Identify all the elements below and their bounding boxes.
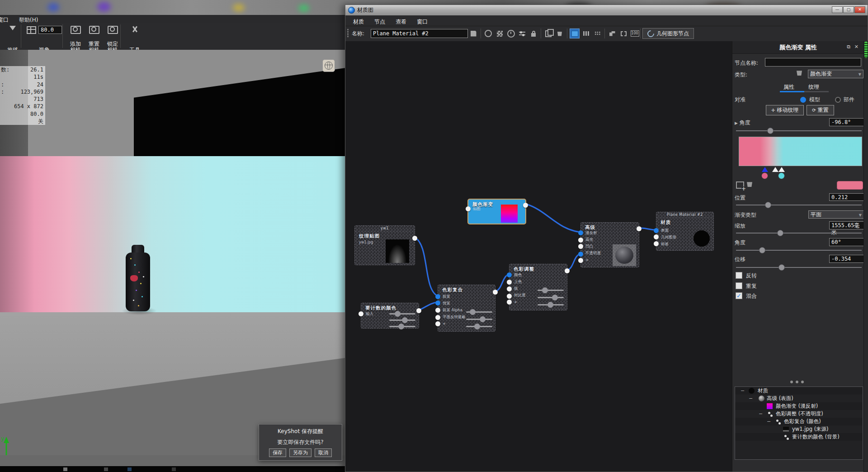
- gradient-stop-color[interactable]: [761, 172, 768, 179]
- minimize-button[interactable]: —: [832, 6, 843, 13]
- checker-preview-icon[interactable]: [495, 29, 505, 38]
- node-color-gradient[interactable]: 颜色渐变 贴图: [467, 199, 526, 224]
- position-slider[interactable]: [736, 205, 862, 205]
- tab-properties[interactable]: 属性: [783, 83, 794, 91]
- output-port[interactable]: [523, 203, 528, 208]
- input-port[interactable]: [359, 311, 363, 316]
- selected-stop-swatch[interactable]: [837, 181, 863, 190]
- angle-input[interactable]: 60°: [829, 238, 864, 246]
- tree-row-yw1[interactable]: yw1.jpg (来源): [735, 425, 863, 433]
- delete-stop-icon[interactable]: [747, 181, 752, 187]
- material-name-input[interactable]: [371, 29, 468, 38]
- taskbar-icon[interactable]: [172, 467, 176, 471]
- node-name-input[interactable]: [765, 58, 861, 67]
- node-count-color[interactable]: 要计数的颜色 输入: [361, 303, 419, 329]
- invert-checkbox[interactable]: [736, 272, 742, 279]
- input-port[interactable]: [435, 315, 440, 320]
- input-port[interactable]: [507, 300, 512, 305]
- node-canvas[interactable]: yw1 纹理贴图 yw1.jpg 颜色渐变 贴图 要计数的颜色: [345, 41, 732, 472]
- collapse-icon[interactable]: −: [749, 395, 753, 402]
- blend-checkbox-checked[interactable]: ✓: [736, 292, 742, 299]
- history-icon[interactable]: [506, 29, 516, 38]
- input-port[interactable]: [466, 206, 471, 211]
- input-port[interactable]: [507, 294, 512, 299]
- output-port[interactable]: [565, 268, 570, 273]
- input-port[interactable]: [578, 238, 583, 243]
- tree-row-advanced[interactable]: − 高级 (表面): [735, 395, 863, 402]
- shift-slider[interactable]: [736, 267, 862, 268]
- input-port[interactable]: [654, 241, 659, 246]
- tree-row-material[interactable]: − 材质: [735, 387, 863, 395]
- angle-section-input[interactable]: -96.8°: [829, 118, 864, 126]
- float-panel-icon[interactable]: ⧉: [847, 44, 850, 50]
- collapse-icon[interactable]: −: [767, 418, 771, 425]
- gradient-preview-bar[interactable]: [739, 137, 862, 166]
- node-color-adjust[interactable]: 色彩调整 颜色 上色 值 对比度 +: [509, 264, 567, 310]
- panel-splitter-handle[interactable]: [790, 381, 804, 383]
- node-type-dropdown[interactable]: 颜色渐变: [808, 70, 863, 78]
- close-button[interactable]: ✕: [854, 6, 865, 13]
- repeat-checkbox[interactable]: [736, 282, 742, 289]
- input-port-connected[interactable]: [578, 252, 583, 257]
- delete-node-icon[interactable]: [797, 70, 802, 76]
- cancel-button[interactable]: 取消: [315, 448, 332, 457]
- fit-view-icon[interactable]: [618, 29, 628, 38]
- lock-icon[interactable]: [528, 29, 538, 38]
- taskbar-icon[interactable]: [104, 467, 108, 471]
- delete-icon[interactable]: [555, 29, 565, 38]
- maximize-button[interactable]: ▢: [843, 6, 854, 13]
- input-port[interactable]: [435, 308, 440, 313]
- reset-button[interactable]: ⟳重置: [807, 105, 834, 115]
- bottle[interactable]: [126, 253, 150, 311]
- shift-input[interactable]: -0.354: [829, 255, 864, 263]
- gradient-stop-color[interactable]: [778, 172, 785, 179]
- save-button[interactable]: 保存: [269, 448, 286, 457]
- node-material-root[interactable]: Plane Material #2 材质 表面 几何图形 标签: [656, 212, 714, 251]
- input-port-connected[interactable]: [507, 272, 512, 277]
- angle-slider[interactable]: [736, 250, 862, 251]
- material-graph-titlebar[interactable]: 材质图 — ▢ ✕: [345, 5, 868, 15]
- input-port[interactable]: [578, 244, 583, 249]
- input-port-connected[interactable]: [654, 228, 659, 233]
- output-port[interactable]: [637, 226, 642, 231]
- input-port-connected[interactable]: [435, 300, 440, 305]
- adjust-icon[interactable]: [517, 29, 527, 38]
- node-texture-map[interactable]: yw1 纹理贴图 yw1.jpg: [354, 225, 415, 265]
- input-port-connected[interactable]: [435, 294, 440, 299]
- gradient-mid-handle[interactable]: [772, 167, 778, 172]
- view-angle-input[interactable]: [38, 26, 62, 34]
- taskbar-icon[interactable]: [63, 467, 67, 471]
- arrange-nodes-icon[interactable]: [607, 29, 617, 38]
- menu-view[interactable]: 查看: [392, 18, 410, 26]
- render-viewport[interactable]: 数:26.1 11s :24 :123,969 713 654 x 872 80…: [0, 50, 345, 455]
- duplicate-icon[interactable]: [543, 29, 553, 38]
- node-color-composite[interactable]: 色彩复合 前景 背景 前景 Alpha 平面反转遮蔽 +: [438, 285, 495, 332]
- tree-row-color-gradient[interactable]: 颜色渐变 (漫反射): [735, 402, 863, 410]
- tree-row-color-adjust[interactable]: − 色彩调整 (不透明度): [735, 410, 863, 418]
- collapse-icon[interactable]: −: [741, 387, 745, 395]
- input-port[interactable]: [435, 321, 440, 326]
- dots-layout-icon[interactable]: [592, 29, 602, 38]
- output-port[interactable]: [493, 290, 498, 295]
- material-ball-icon[interactable]: [483, 29, 493, 38]
- gradient-stop-handle-selected[interactable]: [762, 167, 768, 172]
- menu-material[interactable]: 材质: [349, 18, 368, 26]
- scale-input[interactable]: 1555.65毫米: [829, 221, 864, 229]
- add-stop-icon[interactable]: [736, 181, 744, 189]
- close-panel-icon[interactable]: ✕: [854, 44, 859, 50]
- gradient-stop-handle[interactable]: [778, 167, 785, 172]
- input-port[interactable]: [654, 234, 659, 239]
- input-port[interactable]: [578, 258, 583, 263]
- zoom-100-icon[interactable]: 100: [630, 29, 640, 38]
- scale-slider[interactable]: [736, 233, 862, 234]
- tree-row-count-color[interactable]: 要计数的颜色 (背景): [735, 433, 863, 441]
- move-texture-button[interactable]: ✛移动纹理: [766, 105, 804, 115]
- collapse-icon[interactable]: −: [759, 410, 763, 418]
- taskbar-icon[interactable]: [127, 467, 132, 471]
- input-port-connected[interactable]: [578, 230, 583, 235]
- panel-scrollbar[interactable]: [863, 41, 868, 472]
- save-as-button[interactable]: 另存为: [289, 448, 311, 457]
- output-port[interactable]: [416, 308, 421, 313]
- geometry-nodes-button[interactable]: 几何图形节点: [642, 28, 694, 39]
- gradient-type-dropdown[interactable]: 平面: [808, 210, 864, 219]
